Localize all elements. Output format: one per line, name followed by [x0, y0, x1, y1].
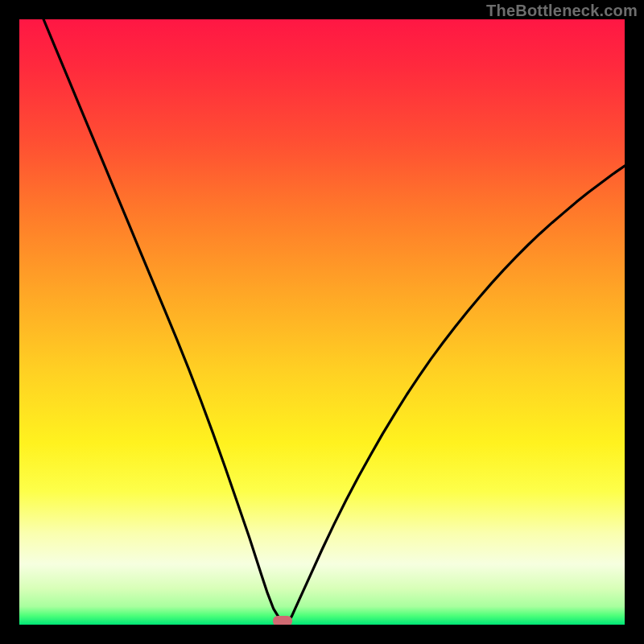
optimum-marker-icon — [273, 616, 292, 625]
plot-area — [19, 19, 625, 625]
chart-frame: TheBottleneck.com — [0, 0, 644, 644]
bottleneck-curve — [19, 19, 625, 625]
watermark-text: TheBottleneck.com — [486, 2, 638, 20]
